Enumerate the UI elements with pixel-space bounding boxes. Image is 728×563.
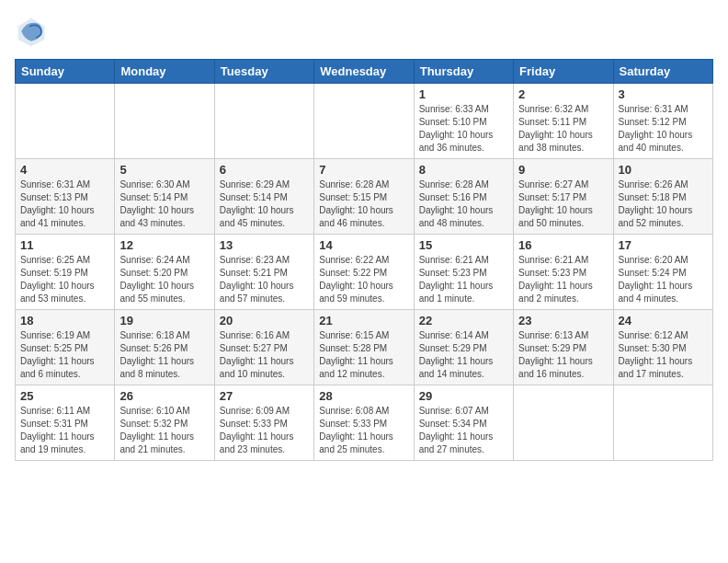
day-info: Sunrise: 6:12 AM Sunset: 5:30 PM Dayligh… — [619, 329, 708, 381]
calendar-cell: 4Sunrise: 6:31 AM Sunset: 5:13 PM Daylig… — [16, 159, 115, 235]
weekday-header: Wednesday — [314, 60, 414, 84]
calendar-cell: 6Sunrise: 6:29 AM Sunset: 5:14 PM Daylig… — [214, 159, 313, 235]
day-info: Sunrise: 6:21 AM Sunset: 5:23 PM Dayligh… — [518, 254, 608, 305]
day-info: Sunrise: 6:28 AM Sunset: 5:16 PM Dayligh… — [419, 178, 508, 230]
calendar-cell: 24Sunrise: 6:12 AM Sunset: 5:30 PM Dayli… — [613, 310, 712, 385]
day-number: 17 — [619, 238, 708, 252]
calendar-cell: 29Sunrise: 6:07 AM Sunset: 5:34 PM Dayli… — [414, 385, 513, 461]
day-info: Sunrise: 6:19 AM Sunset: 5:25 PM Dayligh… — [20, 329, 109, 381]
day-info: Sunrise: 6:14 AM Sunset: 5:29 PM Dayligh… — [419, 329, 508, 381]
calendar-cell: 12Sunrise: 6:24 AM Sunset: 5:20 PM Dayli… — [115, 235, 214, 310]
day-info: Sunrise: 6:18 AM Sunset: 5:26 PM Dayligh… — [119, 329, 209, 381]
day-info: Sunrise: 6:15 AM Sunset: 5:28 PM Dayligh… — [319, 329, 408, 381]
calendar-cell: 20Sunrise: 6:16 AM Sunset: 5:27 PM Dayli… — [214, 310, 313, 385]
day-number: 29 — [419, 389, 508, 403]
calendar-cell — [16, 84, 115, 159]
weekday-header: Tuesday — [214, 60, 313, 84]
day-number: 14 — [319, 238, 408, 252]
calendar-cell: 16Sunrise: 6:21 AM Sunset: 5:23 PM Dayli… — [514, 235, 613, 310]
calendar-week-row: 4Sunrise: 6:31 AM Sunset: 5:13 PM Daylig… — [16, 159, 713, 235]
day-info: Sunrise: 6:30 AM Sunset: 5:14 PM Dayligh… — [119, 178, 209, 230]
day-number: 3 — [619, 87, 708, 101]
day-info: Sunrise: 6:07 AM Sunset: 5:34 PM Dayligh… — [419, 405, 508, 456]
calendar-cell: 7Sunrise: 6:28 AM Sunset: 5:15 PM Daylig… — [314, 159, 414, 235]
day-info: Sunrise: 6:11 AM Sunset: 5:31 PM Dayligh… — [20, 405, 109, 456]
day-number: 28 — [319, 389, 408, 403]
day-number: 7 — [319, 163, 408, 177]
calendar-week-row: 11Sunrise: 6:25 AM Sunset: 5:19 PM Dayli… — [16, 235, 713, 310]
day-number: 27 — [220, 389, 309, 403]
day-info: Sunrise: 6:16 AM Sunset: 5:27 PM Dayligh… — [220, 329, 309, 381]
page-header — [15, 15, 713, 48]
calendar-cell — [314, 84, 414, 159]
day-info: Sunrise: 6:22 AM Sunset: 5:22 PM Dayligh… — [319, 254, 408, 305]
day-number: 24 — [619, 314, 708, 327]
day-number: 12 — [119, 238, 209, 252]
calendar-cell: 25Sunrise: 6:11 AM Sunset: 5:31 PM Dayli… — [16, 385, 115, 461]
day-number: 16 — [518, 238, 608, 252]
day-number: 1 — [419, 87, 508, 101]
calendar-cell — [115, 84, 214, 159]
calendar-cell: 8Sunrise: 6:28 AM Sunset: 5:16 PM Daylig… — [414, 159, 513, 235]
calendar-cell: 15Sunrise: 6:21 AM Sunset: 5:23 PM Dayli… — [414, 235, 513, 310]
day-number: 10 — [619, 163, 708, 177]
day-info: Sunrise: 6:13 AM Sunset: 5:29 PM Dayligh… — [518, 329, 608, 381]
calendar-cell: 14Sunrise: 6:22 AM Sunset: 5:22 PM Dayli… — [314, 235, 414, 310]
logo-icon — [15, 15, 48, 48]
day-info: Sunrise: 6:26 AM Sunset: 5:18 PM Dayligh… — [619, 178, 708, 230]
day-info: Sunrise: 6:10 AM Sunset: 5:32 PM Dayligh… — [119, 405, 209, 456]
day-number: 6 — [220, 163, 309, 177]
weekday-header: Friday — [514, 60, 613, 84]
day-number: 4 — [20, 163, 109, 177]
weekday-header-row: SundayMondayTuesdayWednesdayThursdayFrid… — [16, 60, 713, 84]
calendar-week-row: 1Sunrise: 6:33 AM Sunset: 5:10 PM Daylig… — [16, 84, 713, 159]
calendar-cell: 5Sunrise: 6:30 AM Sunset: 5:14 PM Daylig… — [115, 159, 214, 235]
calendar-cell: 21Sunrise: 6:15 AM Sunset: 5:28 PM Dayli… — [314, 310, 414, 385]
day-info: Sunrise: 6:21 AM Sunset: 5:23 PM Dayligh… — [419, 254, 508, 305]
calendar-cell: 1Sunrise: 6:33 AM Sunset: 5:10 PM Daylig… — [414, 84, 513, 159]
day-info: Sunrise: 6:09 AM Sunset: 5:33 PM Dayligh… — [220, 405, 309, 456]
day-info: Sunrise: 6:31 AM Sunset: 5:12 PM Dayligh… — [619, 103, 708, 155]
day-number: 26 — [119, 389, 209, 403]
day-number: 20 — [220, 314, 309, 327]
day-number: 13 — [220, 238, 309, 252]
calendar-cell: 9Sunrise: 6:27 AM Sunset: 5:17 PM Daylig… — [514, 159, 613, 235]
calendar-cell — [214, 84, 313, 159]
day-info: Sunrise: 6:08 AM Sunset: 5:33 PM Dayligh… — [319, 405, 408, 456]
calendar-cell — [613, 385, 712, 461]
calendar-cell: 27Sunrise: 6:09 AM Sunset: 5:33 PM Dayli… — [214, 385, 313, 461]
day-info: Sunrise: 6:33 AM Sunset: 5:10 PM Dayligh… — [419, 103, 508, 155]
day-info: Sunrise: 6:29 AM Sunset: 5:14 PM Dayligh… — [220, 178, 309, 230]
weekday-header: Saturday — [613, 60, 712, 84]
calendar-cell: 10Sunrise: 6:26 AM Sunset: 5:18 PM Dayli… — [613, 159, 712, 235]
calendar-cell: 19Sunrise: 6:18 AM Sunset: 5:26 PM Dayli… — [115, 310, 214, 385]
calendar-cell: 22Sunrise: 6:14 AM Sunset: 5:29 PM Dayli… — [414, 310, 513, 385]
calendar-cell: 3Sunrise: 6:31 AM Sunset: 5:12 PM Daylig… — [613, 84, 712, 159]
day-number: 22 — [419, 314, 508, 327]
calendar-cell — [514, 385, 613, 461]
day-info: Sunrise: 6:23 AM Sunset: 5:21 PM Dayligh… — [220, 254, 309, 305]
calendar-week-row: 18Sunrise: 6:19 AM Sunset: 5:25 PM Dayli… — [16, 310, 713, 385]
day-number: 8 — [419, 163, 508, 177]
day-number: 19 — [119, 314, 209, 327]
day-number: 15 — [419, 238, 508, 252]
day-info: Sunrise: 6:20 AM Sunset: 5:24 PM Dayligh… — [619, 254, 708, 305]
calendar-cell: 23Sunrise: 6:13 AM Sunset: 5:29 PM Dayli… — [514, 310, 613, 385]
day-number: 23 — [518, 314, 608, 327]
calendar-week-row: 25Sunrise: 6:11 AM Sunset: 5:31 PM Dayli… — [16, 385, 713, 461]
day-number: 2 — [518, 87, 608, 101]
calendar-cell: 13Sunrise: 6:23 AM Sunset: 5:21 PM Dayli… — [214, 235, 313, 310]
day-info: Sunrise: 6:27 AM Sunset: 5:17 PM Dayligh… — [518, 178, 608, 230]
weekday-header: Thursday — [414, 60, 513, 84]
day-number: 21 — [319, 314, 408, 327]
day-number: 9 — [518, 163, 608, 177]
day-number: 5 — [119, 163, 209, 177]
weekday-header: Sunday — [16, 60, 115, 84]
day-number: 11 — [20, 238, 109, 252]
weekday-header: Monday — [115, 60, 214, 84]
calendar-cell: 2Sunrise: 6:32 AM Sunset: 5:11 PM Daylig… — [514, 84, 613, 159]
day-info: Sunrise: 6:31 AM Sunset: 5:13 PM Dayligh… — [20, 178, 109, 230]
day-number: 25 — [20, 389, 109, 403]
calendar-cell: 11Sunrise: 6:25 AM Sunset: 5:19 PM Dayli… — [16, 235, 115, 310]
day-info: Sunrise: 6:28 AM Sunset: 5:15 PM Dayligh… — [319, 178, 408, 230]
